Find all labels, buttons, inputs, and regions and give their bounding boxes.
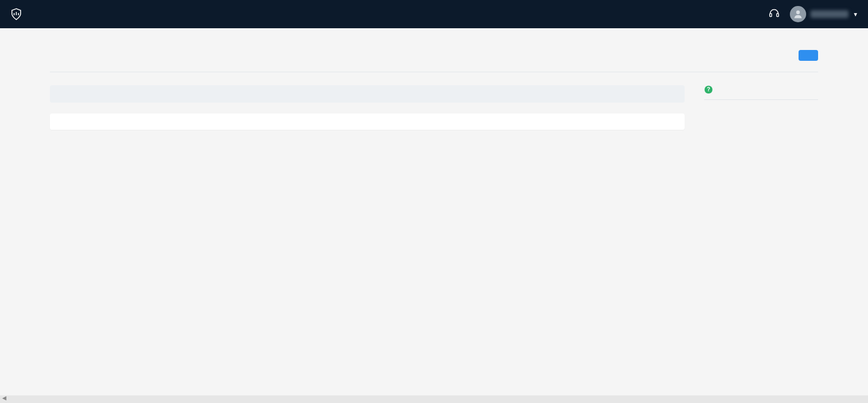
content-row: ? — [50, 85, 818, 130]
help-divider — [704, 99, 818, 100]
horizontal-scrollbar[interactable] — [0, 395, 868, 403]
support-icon[interactable] — [768, 7, 780, 21]
info-banner — [50, 85, 685, 103]
help-sidebar: ? — [704, 85, 818, 117]
svg-point-2 — [796, 10, 800, 14]
page-body: ? — [0, 28, 868, 130]
gateway-table-card — [50, 114, 685, 130]
svg-rect-0 — [770, 14, 772, 16]
avatar — [790, 6, 806, 22]
svg-rect-1 — [777, 14, 779, 16]
topbar-right: ▼ — [768, 6, 858, 22]
page-header — [50, 50, 818, 72]
shield-icon — [10, 8, 23, 21]
create-gateway-button[interactable] — [799, 50, 818, 61]
svg-text:?: ? — [707, 86, 710, 92]
main-column — [50, 85, 685, 130]
username-hidden — [810, 10, 848, 18]
brand-logo[interactable] — [10, 8, 26, 21]
chevron-down-icon: ▼ — [853, 11, 858, 17]
help-heading: ? — [704, 85, 818, 94]
help-icon: ? — [704, 85, 713, 94]
topbar: ▼ — [0, 0, 868, 28]
user-menu[interactable]: ▼ — [790, 6, 858, 22]
